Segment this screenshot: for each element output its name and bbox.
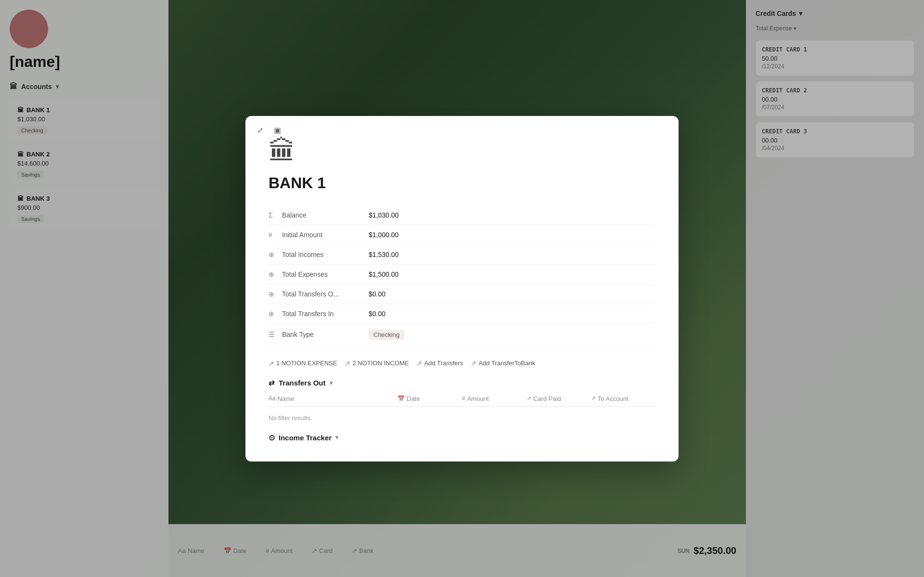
initial-amount-label: Initial Amount: [282, 225, 369, 244]
prop-balance: Σ Balance $1,030.00: [269, 205, 655, 225]
total-incomes-icon: ⊕: [269, 244, 282, 264]
bank-type-label: Bank Type: [282, 323, 369, 346]
total-transfers-in-icon: ⊕: [269, 304, 282, 323]
checking-badge: Checking: [369, 330, 404, 340]
bank-type-value: Checking: [369, 323, 655, 346]
modal-dialog: ⤢ ▣ 🏛 BANK 1 Σ Balance $1,030.00 # Initi…: [245, 116, 679, 462]
total-transfers-out-value: $0.00: [369, 284, 655, 304]
initial-amount-icon: #: [269, 225, 282, 244]
link-arrow-4: ↗: [471, 359, 476, 367]
th-date-icon: 📅: [398, 395, 405, 402]
income-tracker-header[interactable]: ⊙ Income Tracker ▾: [269, 433, 655, 442]
bank-type-icon: ☰: [269, 323, 282, 346]
total-transfers-out-icon: ⊕: [269, 284, 282, 304]
modal-links: ↗ 1 NOTION EXPENSE ↗ 2 NOTION INCOME ↗ A…: [269, 359, 655, 367]
modal-title: BANK 1: [269, 174, 655, 192]
prop-total-expenses: ⊕ Total Expenses $1,500.00: [269, 264, 655, 284]
transfers-chevron: ▾: [330, 380, 333, 386]
expand-button[interactable]: ⤢: [253, 124, 267, 137]
total-incomes-label: Total Incomes: [282, 244, 369, 264]
th-amount: # Amount: [462, 395, 526, 402]
initial-amount-value: $1,000.00: [369, 225, 655, 244]
link-arrow-1: ↗: [269, 359, 274, 367]
transfers-table-header: Aa Name 📅 Date # Amount ↗ Card Paid ↗: [269, 395, 655, 407]
transfers-out-section: ⇄ Transfers Out ▾ Aa Name 📅 Date # Amoun…: [269, 379, 655, 429]
total-transfers-in-value: $0.00: [369, 304, 655, 323]
balance-value: $1,030.00: [369, 205, 655, 225]
total-expenses-value: $1,500.00: [369, 264, 655, 284]
link-arrow-3: ↗: [416, 359, 422, 367]
th-card-paid: ↗ Card Paid: [526, 395, 591, 402]
link-add-transfers[interactable]: ↗ Add Transfers: [416, 359, 463, 367]
th-amount-icon: #: [462, 395, 465, 402]
modal-controls: ⤢ ▣: [253, 124, 284, 137]
th-name: Aa Name: [269, 395, 398, 402]
th-card-icon: ↗: [526, 395, 531, 402]
income-chevron: ▾: [335, 434, 338, 441]
income-icon: ⊙: [269, 433, 275, 442]
total-expenses-icon: ⊕: [269, 264, 282, 284]
prop-total-incomes: ⊕ Total Incomes $1,530.00: [269, 244, 655, 264]
prop-total-transfers-in: ⊕ Total Transfers In $0.00: [269, 304, 655, 323]
total-transfers-in-label: Total Transfers In: [282, 304, 369, 323]
prop-bank-type: ☰ Bank Type Checking: [269, 323, 655, 346]
th-to-account-icon: ↗: [591, 395, 596, 402]
transfers-icon: ⇄: [269, 379, 275, 387]
link-notion-income[interactable]: ↗ 2 NOTION INCOME: [345, 359, 409, 367]
modal-properties-table: Σ Balance $1,030.00 # Initial Amount $1,…: [269, 205, 655, 346]
modal-overlay[interactable]: ⤢ ▣ 🏛 BANK 1 Σ Balance $1,030.00 # Initi…: [0, 0, 924, 577]
total-incomes-value: $1,530.00: [369, 244, 655, 264]
link-add-transfer-to-bank[interactable]: ↗ Add TransferToBank: [471, 359, 535, 367]
modal-bank-icon: 🏛: [269, 135, 655, 167]
th-to-account: ↗ To Account: [591, 395, 655, 402]
prop-initial-amount: # Initial Amount $1,000.00: [269, 225, 655, 244]
balance-label: Balance: [282, 205, 369, 225]
income-tracker-section: ⊙ Income Tracker ▾: [269, 433, 655, 442]
total-expenses-label: Total Expenses: [282, 264, 369, 284]
link-notion-expense[interactable]: ↗ 1 NOTION EXPENSE: [269, 359, 337, 367]
th-date: 📅 Date: [398, 395, 462, 402]
balance-icon: Σ: [269, 205, 282, 225]
view-button[interactable]: ▣: [270, 124, 284, 137]
total-transfers-out-label: Total Transfers O...: [282, 284, 369, 304]
prop-total-transfers-out: ⊕ Total Transfers O... $0.00: [269, 284, 655, 304]
transfers-out-header[interactable]: ⇄ Transfers Out ▾: [269, 379, 655, 387]
no-results-message: No filter results.: [269, 410, 655, 429]
th-name-icon: Aa: [269, 395, 276, 402]
link-arrow-2: ↗: [345, 359, 350, 367]
